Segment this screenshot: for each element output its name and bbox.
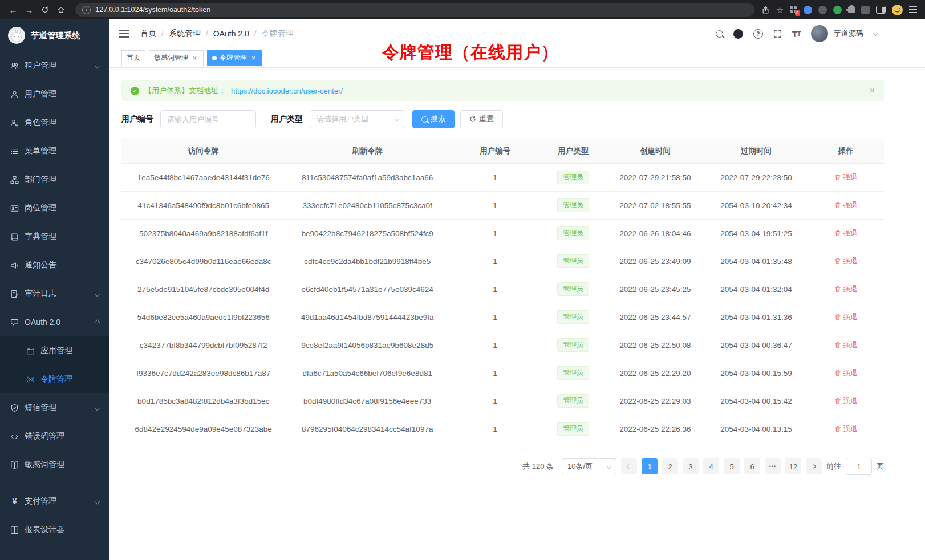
org-tree-icon [10,176,19,184]
sidebar-item-oauth-app[interactable]: 应用管理 [0,336,109,365]
sidebar-item-report-designer[interactable]: 报表设计器 [0,516,109,544]
doc-link[interactable]: https://doc.iocoder.cn/user-center/ [231,87,343,95]
user-type-badge: 管理员 [557,338,589,352]
page-size-select[interactable]: 10条/页 [562,458,616,474]
prev-page-button[interactable] [621,458,637,474]
user-id-input[interactable] [160,110,256,128]
user-type-select[interactable]: 请选择用户类型 [310,110,405,128]
search-button[interactable]: 搜索 [412,110,455,128]
sidebar-item-oauth[interactable]: OAuth 2.0 [0,308,109,336]
font-size-icon[interactable]: TT [792,29,801,39]
select-placeholder: 请选择用户类型 [317,114,368,124]
page-number-4[interactable]: 4 [703,458,719,474]
sidebar-item-menu[interactable]: 菜单管理 [0,137,109,165]
page-number-1[interactable]: 1 [642,458,658,474]
book-icon [10,233,19,241]
user-name[interactable]: 芋道源码 [834,29,863,39]
sidebar-item-errorcode[interactable]: 错误码管理 [0,422,109,451]
breadcrumb-item-home[interactable]: 首页 [140,29,169,39]
profile-blue-icon[interactable] [804,6,812,14]
home-icon[interactable] [54,2,68,17]
breadcrumb-item-oauth[interactable]: OAuth 2.0 [213,29,262,38]
force-logout-button[interactable]: 强退 [834,312,858,322]
sidebar-item-notice[interactable]: 通知公告 [0,251,109,279]
action-cell: 强退 [808,275,884,303]
sidebar-item-user[interactable]: 用户管理 [0,80,109,108]
forward-icon[interactable]: → [22,2,36,17]
profile-dark-icon[interactable] [818,6,827,14]
sidebar-item-post[interactable]: 岗位管理 [0,194,109,222]
force-logout-button[interactable]: 强退 [834,256,858,266]
force-logout-button[interactable]: 强退 [834,396,858,406]
close-icon[interactable]: × [191,54,198,62]
browser-menu-icon[interactable] [909,9,917,10]
more-pages-button[interactable]: ••• [765,458,781,474]
logo-avatar [8,27,25,44]
force-logout-button[interactable]: 强退 [834,424,858,434]
page-number-last[interactable]: 12 [785,458,801,474]
goto-page-input[interactable] [846,458,872,475]
side-panel-icon[interactable] [876,6,886,14]
sidebar-item-label: 令牌管理 [40,374,72,384]
browser-avatar[interactable] [892,5,903,15]
fullscreen-icon[interactable] [773,30,782,38]
sidebar-item-oauth-token[interactable]: 令牌管理 [0,365,109,393]
sidebar-item-role[interactable]: 角色管理 [0,108,109,137]
chevron-right-icon [812,464,816,469]
page-number-5[interactable]: 5 [724,458,740,474]
profile-green-icon[interactable] [833,6,842,14]
extensions-icon[interactable]: 0 [790,6,797,14]
app-logo[interactable]: 芋道管理系统 [0,19,109,51]
chevron-down-icon[interactable] [873,31,878,36]
help-icon[interactable]: ? [753,29,763,39]
sidebar-item-dict[interactable]: 字典管理 [0,222,109,251]
sidebar-item-sms[interactable]: 短信管理 [0,393,109,422]
sidebar-item-dept[interactable]: 部门管理 [0,165,109,194]
user-type-badge: 管理员 [557,422,589,436]
page-number-3[interactable]: 3 [683,458,699,474]
sidebar-item-sensitive-words[interactable]: 敏感词管理 [0,451,109,479]
app-window-icon [26,347,35,355]
next-page-button[interactable] [806,458,822,474]
force-logout-button[interactable]: 强退 [834,172,858,182]
breadcrumb-item-system[interactable]: 系统管理 [169,29,213,39]
force-logout-button[interactable]: 强退 [834,200,858,210]
user-type-cell: 管理员 [541,192,606,220]
user-id-cell: 1 [449,303,541,331]
col-access-token: 访问令牌 [121,139,285,164]
force-logout-button[interactable]: 强退 [834,368,858,378]
role-icon [10,119,19,127]
page-number-6[interactable]: 6 [744,458,760,474]
tab-token[interactable]: 令牌管理 × [207,50,262,66]
sidebar-menu: 租户管理 用户管理 角色管理 菜单管理 部门管理 [0,51,109,560]
site-info-icon[interactable]: i [82,6,91,14]
force-logout-button[interactable]: 强退 [834,340,858,350]
reset-button[interactable]: 重置 [460,110,503,128]
page-content: ✓ 【用户体系】文档地址： https://doc.iocoder.cn/use… [109,68,925,560]
search-icon[interactable] [716,30,723,38]
bookmark-star-icon[interactable]: ☆ [776,6,784,14]
share-icon[interactable] [761,6,770,14]
tab-home[interactable]: 首页 [121,50,145,66]
created-cell: 2022-07-29 21:58:50 [606,164,705,192]
address-bar[interactable]: i 127.0.0.1:1024/system/oauth2/token [75,3,754,17]
sidebar-item-pay[interactable]: ¥ 支付管理 [0,487,109,516]
force-logout-button[interactable]: 强退 [834,284,858,294]
close-icon[interactable]: × [870,86,875,96]
puzzle-extension-icon[interactable] [848,6,855,13]
sidebar-item-tenant[interactable]: 租户管理 [0,51,109,80]
access-token-cell: 54d6be82ee5a460a9aedc1f9bf223656 [121,303,285,331]
pinned-extension-icon[interactable] [861,6,870,14]
action-cell: 强退 [808,331,884,359]
tab-sensitive-words[interactable]: 敏感词管理 × [149,50,204,66]
close-icon[interactable]: × [250,54,257,62]
page-number-2[interactable]: 2 [662,458,678,474]
col-actions: 操作 [808,139,884,164]
reload-icon[interactable] [38,2,52,17]
force-logout-button[interactable]: 强退 [834,228,858,238]
avatar[interactable] [811,25,828,42]
hamburger-button[interactable] [109,19,138,48]
github-icon[interactable] [733,29,743,39]
sidebar-item-audit[interactable]: 审计日志 [0,279,109,308]
back-icon[interactable]: ← [6,2,21,17]
